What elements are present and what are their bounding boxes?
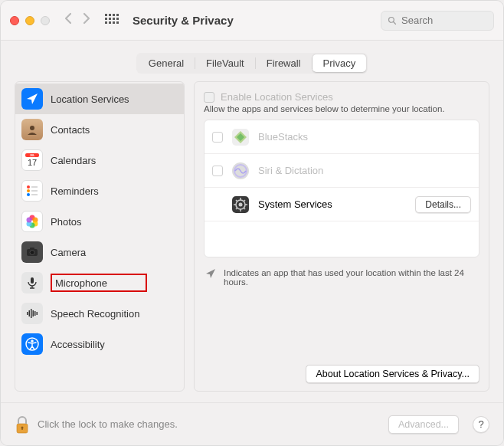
advanced-button: Advanced... — [388, 415, 459, 434]
search-icon — [388, 15, 397, 26]
microphone-icon — [21, 272, 43, 294]
tabs: General FileVault Firewall Privacy — [136, 53, 368, 74]
privacy-sidebar[interactable]: Location Services Contacts JUL17 Calenda… — [15, 81, 185, 392]
sidebar-item-accessibility[interactable]: Accessibility — [15, 329, 184, 359]
svg-rect-60 — [21, 428, 22, 430]
svg-rect-9 — [109, 21, 111, 24]
window-title: Security & Privacy — [133, 14, 234, 27]
app-checkbox — [212, 166, 223, 176]
search-field[interactable] — [381, 11, 494, 31]
sidebar-item-label: Calendars — [51, 155, 96, 166]
sidebar-item-speech[interactable]: Speech Recognition — [15, 298, 184, 329]
svg-rect-33 — [31, 277, 34, 284]
location-indicator-note: Indicates an app that has used your loca… — [204, 268, 479, 287]
show-all-icon[interactable] — [105, 14, 119, 28]
tab-general[interactable]: General — [138, 54, 195, 72]
app-row-bluestacks: BlueStacks — [205, 120, 479, 154]
app-name: System Services — [258, 198, 407, 210]
sidebar-item-label: Photos — [51, 216, 81, 228]
sidebar-item-label: Speech Recognition — [51, 308, 139, 320]
detail-panel: Enable Location Services Allow the apps … — [194, 81, 489, 392]
svg-point-31 — [30, 251, 34, 255]
minimize-button[interactable] — [25, 16, 34, 25]
sidebar-item-microphone[interactable]: Microphone — [15, 267, 184, 298]
svg-rect-4 — [105, 18, 107, 20]
about-location-button[interactable]: About Location Services & Privacy... — [306, 365, 479, 383]
svg-point-29 — [27, 218, 32, 223]
search-input[interactable] — [401, 15, 487, 26]
close-button[interactable] — [10, 16, 19, 25]
svg-rect-0 — [105, 14, 107, 16]
svg-rect-5 — [109, 18, 111, 20]
tabs-row: General FileVault Firewall Privacy — [1, 41, 503, 81]
svg-point-49 — [239, 202, 243, 206]
svg-point-14 — [30, 126, 34, 130]
svg-text:17: 17 — [28, 158, 37, 167]
calendar-icon: JUL17 — [21, 149, 43, 171]
details-button[interactable]: Details... — [415, 196, 471, 213]
forward-button[interactable] — [82, 12, 91, 28]
sidebar-item-reminders[interactable]: Reminders — [15, 175, 184, 206]
sidebar-item-location[interactable]: Location Services — [15, 84, 184, 114]
svg-rect-2 — [113, 14, 115, 16]
panel-subtext: Allow the apps and services below to det… — [204, 104, 479, 113]
location-arrow-icon — [205, 268, 216, 280]
svg-rect-7 — [116, 18, 119, 20]
nav-buttons — [64, 12, 91, 28]
reminders-icon — [21, 180, 43, 202]
gear-icon — [231, 195, 250, 215]
svg-rect-8 — [105, 21, 107, 24]
svg-rect-32 — [30, 248, 34, 250]
svg-point-20 — [27, 193, 30, 196]
speech-icon — [21, 303, 43, 324]
svg-rect-39 — [33, 310, 34, 316]
svg-rect-11 — [116, 21, 119, 24]
svg-point-18 — [27, 185, 30, 189]
svg-rect-37 — [29, 310, 31, 316]
svg-line-13 — [394, 21, 396, 24]
tab-firewall[interactable]: Firewall — [256, 54, 312, 72]
svg-rect-40 — [34, 311, 36, 316]
enable-location-label: Enable Location Services — [221, 91, 333, 103]
bluestacks-icon — [231, 127, 250, 147]
help-button[interactable]: ? — [473, 416, 489, 433]
enable-location-checkbox — [204, 92, 214, 103]
tab-filevault[interactable]: FileVault — [195, 54, 255, 72]
contacts-icon — [21, 119, 43, 140]
sidebar-item-calendars[interactable]: JUL17 Calendars — [15, 145, 184, 175]
svg-point-19 — [27, 189, 30, 192]
sidebar-item-photos[interactable]: Photos — [15, 206, 184, 237]
lock-icon[interactable] — [15, 415, 30, 435]
app-checkbox — [212, 132, 223, 143]
tab-privacy[interactable]: Privacy — [313, 54, 367, 72]
app-row-system-services: System Services Details... — [205, 188, 479, 221]
svg-rect-6 — [113, 18, 115, 20]
siri-icon — [231, 161, 250, 181]
lock-text: Click the lock to make changes. — [38, 418, 381, 430]
svg-rect-10 — [113, 21, 115, 24]
sidebar-item-label: Microphone — [55, 277, 107, 289]
location-icon — [21, 88, 43, 110]
sidebar-item-label: Contacts — [51, 124, 90, 136]
accessibility-icon — [21, 333, 43, 355]
svg-rect-41 — [37, 312, 38, 315]
maximize-button — [41, 16, 50, 25]
bottom-bar: Click the lock to make changes. Advanced… — [1, 402, 503, 445]
camera-icon — [21, 241, 43, 263]
sidebar-item-label: Camera — [51, 247, 86, 258]
titlebar: Security & Privacy — [1, 1, 503, 41]
svg-text:JUL: JUL — [30, 154, 35, 157]
sidebar-item-contacts[interactable]: Contacts — [15, 114, 184, 145]
sidebar-item-label: Reminders — [51, 185, 99, 197]
sidebar-item-camera[interactable]: Camera — [15, 237, 184, 267]
svg-rect-38 — [31, 309, 32, 318]
app-name: Siri & Dictation — [258, 165, 471, 176]
indicator-text: Indicates an app that has used your loca… — [224, 268, 478, 287]
photos-icon — [21, 211, 43, 232]
sidebar-item-label: Accessibility — [51, 339, 105, 350]
app-name: BlueStacks — [258, 131, 471, 143]
back-button[interactable] — [64, 12, 73, 28]
svg-rect-1 — [109, 14, 111, 16]
app-list: BlueStacks Siri & Dictation — [204, 120, 479, 257]
window-controls — [10, 16, 50, 25]
